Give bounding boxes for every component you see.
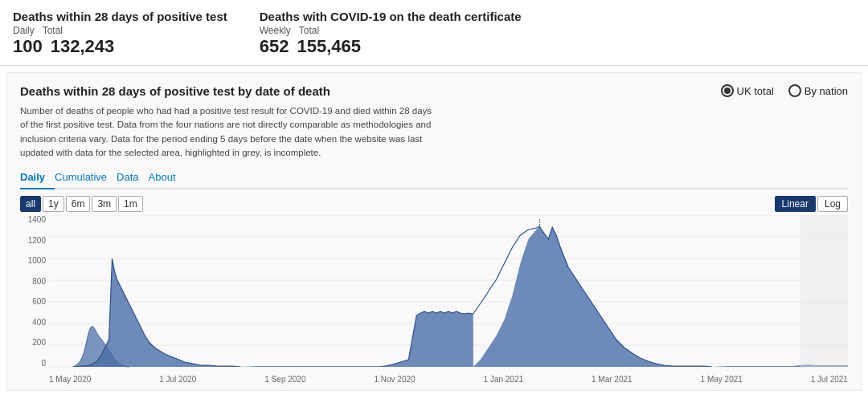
- y-axis-labels: 1400 1200 1000 800 600 400 200 0: [20, 215, 49, 368]
- top-stats-container: Deaths within 28 days of positive test D…: [0, 0, 868, 66]
- time-btn-1y[interactable]: 1y: [43, 196, 64, 212]
- stat2-labels: Weekly Total: [260, 25, 522, 36]
- stat1-label1: Daily: [13, 25, 35, 36]
- time-btn-all[interactable]: all: [20, 196, 41, 212]
- chart-canvas: [49, 215, 848, 368]
- y-label-800: 800: [32, 277, 46, 286]
- time-buttons: all 1y 6m 3m 1m: [20, 196, 143, 212]
- y-label-1400: 1400: [28, 215, 46, 224]
- stat1-label2: Total: [43, 25, 63, 36]
- radio-uk-total[interactable]: UK total: [721, 84, 774, 97]
- time-btn-6m[interactable]: 6m: [66, 196, 91, 212]
- y-label-200: 200: [32, 338, 46, 347]
- scale-buttons: Linear Log: [775, 196, 848, 212]
- stat1-total-value: 132,243: [51, 36, 115, 57]
- x-label-sep2020: 1 Sep 2020: [264, 375, 305, 384]
- time-btn-1m[interactable]: 1m: [118, 196, 143, 212]
- tab-about[interactable]: About: [149, 168, 186, 189]
- y-label-600: 600: [32, 297, 46, 306]
- chart-area: 1400 1200 1000 800 600 400 200 0: [20, 215, 848, 384]
- stat2-label1: Weekly: [260, 25, 291, 36]
- radio-label-nation: By nation: [805, 85, 848, 97]
- stat1-values: 100 132,243: [13, 36, 227, 57]
- stat1-daily-value: 100: [13, 36, 43, 57]
- chart-section: Deaths within 28 days of positive test b…: [6, 72, 862, 391]
- chart-svg: [49, 215, 848, 368]
- stat2-weekly-value: 652: [260, 36, 289, 57]
- chart-header: Deaths within 28 days of positive test b…: [20, 84, 848, 98]
- stat2-title: Deaths with COVID-19 on the death certif…: [260, 10, 522, 23]
- x-label-jan2021: 1 Jan 2021: [484, 375, 524, 384]
- scale-btn-linear[interactable]: Linear: [775, 196, 816, 212]
- y-label-400: 400: [32, 318, 46, 327]
- stat-block-2: Deaths with COVID-19 on the death certif…: [260, 10, 522, 57]
- stat1-labels: Daily Total: [13, 25, 227, 36]
- x-label-nov2020: 1 Nov 2020: [374, 375, 415, 384]
- x-label-jul2021: 1 Jul 2021: [811, 375, 848, 384]
- x-label-may2021: 1 May 2021: [701, 375, 743, 384]
- stat2-total-value: 155,465: [297, 36, 361, 57]
- x-label-may2020: 1 May 2020: [49, 375, 91, 384]
- stat-block-1: Deaths within 28 days of positive test D…: [13, 10, 227, 57]
- y-label-1000: 1000: [28, 256, 46, 265]
- chart-description: Number of deaths of people who had had a…: [20, 104, 438, 160]
- radio-circle-uk: [721, 84, 734, 97]
- time-btn-3m[interactable]: 3m: [92, 196, 117, 212]
- svg-rect-11: [800, 215, 848, 367]
- scale-btn-log[interactable]: Log: [817, 196, 848, 212]
- y-label-1200: 1200: [28, 236, 46, 245]
- stat2-label2: Total: [299, 25, 319, 36]
- stat1-title: Deaths within 28 days of positive test: [13, 10, 227, 23]
- radio-by-nation[interactable]: By nation: [788, 84, 848, 97]
- radio-circle-nation: [788, 84, 801, 97]
- radio-group: UK total By nation: [721, 84, 848, 97]
- x-label-jul2020: 1 Jul 2020: [159, 375, 196, 384]
- tabs-container: Daily Cumulative Data About: [20, 168, 848, 189]
- y-label-0: 0: [41, 359, 46, 368]
- tab-daily[interactable]: Daily: [20, 168, 55, 189]
- chart-title: Deaths within 28 days of positive test b…: [20, 84, 330, 98]
- tab-data[interactable]: Data: [117, 168, 148, 189]
- radio-label-uk: UK total: [737, 85, 774, 97]
- x-axis-labels: 1 May 2020 1 Jul 2020 1 Sep 2020 1 Nov 2…: [49, 369, 848, 384]
- x-label-mar2021: 1 Mar 2021: [592, 375, 633, 384]
- bars-group: [73, 215, 848, 367]
- stat2-values: 652 155,465: [260, 36, 522, 57]
- chart-controls: all 1y 6m 3m 1m Linear Log: [20, 196, 848, 212]
- tab-cumulative[interactable]: Cumulative: [55, 168, 117, 189]
